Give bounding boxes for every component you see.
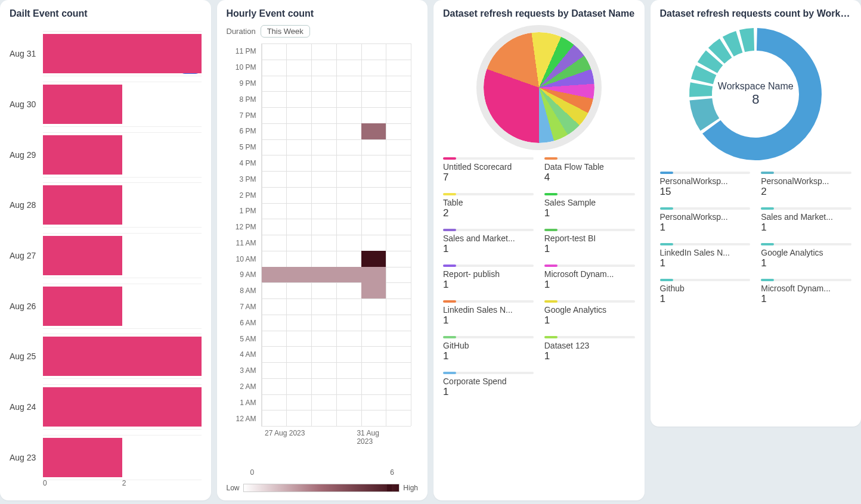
legend-value: 1 xyxy=(443,315,534,326)
legend-item[interactable]: LinkedIn Sales N...1 xyxy=(660,243,751,269)
bar-row[interactable]: Aug 25 xyxy=(10,331,202,382)
y-tick: 5 PM xyxy=(239,143,256,151)
y-tick: 1 AM xyxy=(240,399,256,407)
workspace-refresh-card: Dataset refresh requests count by Works.… xyxy=(651,0,862,427)
legend-value: 1 xyxy=(660,257,751,269)
legend-item[interactable]: Sales and Market...1 xyxy=(443,229,534,255)
donut-arc[interactable] xyxy=(708,58,715,68)
card-title: Dataset refresh requests by Dataset Name xyxy=(443,8,635,19)
y-tick: 2 PM xyxy=(239,191,256,200)
legend-item[interactable]: Github1 xyxy=(660,279,751,305)
legend-name: Corporate Spend xyxy=(443,377,534,386)
legend-item[interactable]: Google Analytics1 xyxy=(544,300,635,326)
donut-arc[interactable] xyxy=(701,99,710,125)
donut-center: Workspace Name 8 xyxy=(713,51,798,137)
legend-item[interactable]: Report- publish1 xyxy=(443,265,534,291)
legend-item[interactable]: Table2 xyxy=(443,193,534,219)
y-tick: 5 AM xyxy=(240,335,256,343)
bar-row[interactable]: Aug 24 xyxy=(10,382,202,433)
legend-item[interactable]: Untitled Scorecard7 xyxy=(443,157,534,183)
legend-value: 1 xyxy=(660,293,751,305)
hourly-event-card: Hourly Event count Duration This Week 11… xyxy=(217,0,428,500)
legend-value: 2 xyxy=(443,207,534,219)
bar-row[interactable]: Aug 26 xyxy=(10,281,202,331)
bar-fill xyxy=(43,34,202,73)
card-title: Dataset refresh requests count by Works.… xyxy=(660,8,852,19)
donut-arc[interactable] xyxy=(701,85,701,97)
legend-value: 4 xyxy=(544,172,635,183)
color-scale: Low High xyxy=(227,484,419,492)
legend-item[interactable]: PersonalWorksp...1 xyxy=(660,207,751,234)
legend-item[interactable]: Corporate Spend1 xyxy=(443,372,534,398)
bar-row[interactable]: Aug 31 xyxy=(10,29,202,79)
legend-item[interactable]: GitHub1 xyxy=(443,336,534,362)
donut-arc[interactable] xyxy=(742,39,754,41)
legend-value: 1 xyxy=(544,350,635,362)
legend-item[interactable]: Microsoft Dynam...1 xyxy=(544,265,635,291)
y-tick: 6 PM xyxy=(239,127,256,135)
legend-name: Google Analytics xyxy=(544,305,635,315)
y-tick: 2 AM xyxy=(240,382,256,391)
heat-cell[interactable] xyxy=(336,267,361,283)
legend-name: PersonalWorksp... xyxy=(660,212,751,222)
legend-item[interactable]: Sales Sample1 xyxy=(544,193,635,219)
heat-cell[interactable] xyxy=(361,282,386,298)
legend-item[interactable]: Linkedin Sales N...1 xyxy=(443,300,534,326)
scale-high-val: 6 xyxy=(390,468,394,477)
legend-item[interactable]: Google Analytics1 xyxy=(761,243,851,269)
bar-row[interactable]: Aug 28 xyxy=(10,180,202,231)
heat-cell[interactable] xyxy=(262,267,287,283)
card-title: Dailt Event count xyxy=(10,8,202,19)
legend-name: Sales and Market... xyxy=(761,212,851,222)
donut-arc[interactable] xyxy=(717,48,726,56)
legend-value: 2 xyxy=(761,186,851,198)
legend-name: Github xyxy=(660,284,751,293)
bar-fill xyxy=(43,185,122,225)
donut-chart[interactable]: Workspace Name 8 xyxy=(689,27,822,161)
y-tick: 6 AM xyxy=(240,319,256,327)
scale-low-label: Low xyxy=(227,484,240,492)
x-tick: 31 Aug 2023 xyxy=(357,429,392,446)
bar-row[interactable]: Aug 29 xyxy=(10,129,202,180)
y-tick: 8 AM xyxy=(240,287,256,295)
x-tick: 27 Aug 2023 xyxy=(265,429,305,437)
legend-item[interactable]: Dataset 1231 xyxy=(544,336,635,362)
heat-cell[interactable] xyxy=(286,267,311,283)
bar-row[interactable]: Aug 30 xyxy=(10,79,202,130)
legend-name: Dataset 123 xyxy=(544,341,635,350)
donut-arc[interactable] xyxy=(729,42,740,46)
heat-cell[interactable] xyxy=(311,267,336,283)
heat-cell[interactable] xyxy=(361,267,386,283)
bar-label: Aug 23 xyxy=(10,453,43,462)
heat-cell[interactable] xyxy=(361,251,386,267)
legend-value: 1 xyxy=(544,279,635,291)
donut-arc[interactable] xyxy=(702,70,707,82)
bar-fill xyxy=(43,85,122,124)
bar-row[interactable]: Aug 27 xyxy=(10,231,202,281)
bar-fill xyxy=(43,387,202,427)
duration-chip[interactable]: This Week xyxy=(261,25,310,38)
legend-item[interactable]: Sales and Market...1 xyxy=(761,207,851,234)
legend-item[interactable]: Microsoft Dynam...1 xyxy=(761,279,851,305)
pie-chart[interactable] xyxy=(476,25,602,150)
legend-item[interactable]: PersonalWorksp...2 xyxy=(761,172,851,198)
legend-name: Report-test BI xyxy=(544,234,635,243)
bar-fill xyxy=(43,287,122,326)
legend-item[interactable]: PersonalWorksp...15 xyxy=(660,172,751,198)
y-tick: 12 AM xyxy=(236,415,256,423)
bar-fill xyxy=(43,438,122,477)
y-tick: 7 AM xyxy=(240,303,256,311)
scale-low-val: 0 xyxy=(250,468,255,477)
daily-event-card: Dailt Event count Aug 31Aug 30Aug 29Aug … xyxy=(0,0,211,500)
y-tick: 9 AM xyxy=(240,270,256,279)
legend-value: 1 xyxy=(761,257,851,269)
scale-high-label: High xyxy=(403,484,418,492)
legend-value: 7 xyxy=(443,172,534,183)
legend-name: Table xyxy=(443,198,534,207)
legend-item[interactable]: Report-test BI1 xyxy=(544,229,635,255)
heat-cell[interactable] xyxy=(361,123,386,139)
legend-item[interactable]: Data Flow Table4 xyxy=(544,157,635,183)
bar-row[interactable]: Aug 23 xyxy=(10,432,202,483)
y-tick: 1 PM xyxy=(239,207,256,215)
legend-name: PersonalWorksp... xyxy=(660,176,751,186)
